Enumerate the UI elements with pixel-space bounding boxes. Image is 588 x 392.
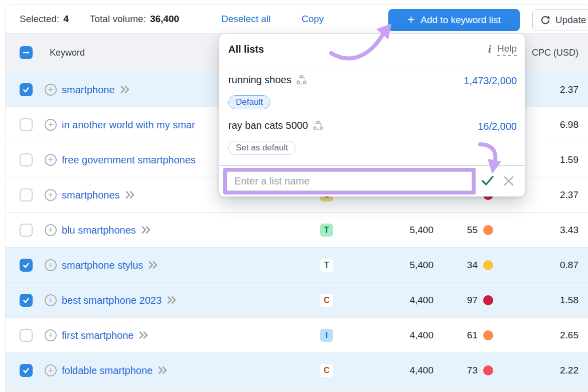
keyword-link[interactable]: smartphone [62, 84, 115, 95]
keyword-link[interactable]: blu smartphones [62, 224, 136, 236]
cancel-button[interactable] [503, 175, 514, 186]
keyword-link[interactable]: first smartphone [62, 329, 133, 341]
add-keyword-icon[interactable]: + [45, 329, 57, 341]
all-lists-popup: All lists i Help running shoes 1,473/2,0… [219, 34, 525, 197]
cpc-cell: 6.98 [527, 119, 578, 130]
shared-list-icon [313, 120, 324, 131]
table-row[interactable]: + foldable smartphone C 4,400 73 2.22 [6, 353, 588, 388]
table-row[interactable]: + blu smartphones T 5,400 55 3.43 [6, 213, 588, 248]
keyword-link[interactable]: smartphone stylus [62, 259, 143, 271]
intent-badge: C [320, 364, 333, 377]
expand-chevron-icon[interactable] [125, 190, 136, 200]
expand-chevron-icon[interactable] [167, 295, 178, 305]
expand-chevron-icon[interactable] [141, 225, 152, 235]
add-keyword-icon[interactable]: + [45, 294, 57, 306]
keyword-link[interactable]: foldable smartphone [62, 364, 153, 376]
list-count[interactable]: 1,473/2,000 [464, 75, 517, 87]
list-item-name[interactable]: ray ban cats 5000 [228, 120, 324, 131]
kd-cell: 34 [437, 260, 493, 271]
kd-cell: 61 [437, 330, 493, 341]
column-header-keyword[interactable]: Keyword [50, 48, 85, 58]
list-count[interactable]: 16/2,000 [478, 121, 517, 132]
add-keyword-icon[interactable]: + [45, 119, 57, 131]
shared-list-icon [296, 75, 307, 86]
keyword-cell: in another world with my smar [62, 119, 195, 130]
plus-icon: + [407, 14, 414, 26]
kd-dot [483, 225, 493, 235]
expand-chevron-icon[interactable] [138, 330, 150, 340]
selected-count: Selected: 4 [20, 14, 69, 25]
total-volume-value: 36,400 [150, 14, 179, 25]
keyword-cell: blu smartphones [62, 224, 152, 236]
row-checkbox[interactable] [20, 259, 33, 272]
expand-chevron-icon[interactable] [158, 365, 169, 375]
table-row[interactable]: + best smartphone 2023 C 4,400 97 1.58 [6, 283, 588, 318]
keyword-link[interactable]: smartphones [62, 189, 120, 201]
add-keyword-icon[interactable]: + [45, 84, 57, 96]
cpc-cell: 3.43 [527, 225, 578, 236]
check-icon [23, 367, 30, 374]
list-item-name[interactable]: running shoes [228, 74, 307, 86]
add-keyword-icon[interactable]: + [45, 364, 57, 376]
popup-divider [219, 165, 525, 166]
row-checkbox[interactable] [20, 329, 33, 342]
confirm-button[interactable] [481, 174, 494, 187]
update-label: Update [555, 15, 586, 26]
table-row[interactable]: + first smartphone I 4,400 61 2.65 [6, 318, 588, 353]
keyword-link[interactable]: in another world with my smar [62, 119, 195, 130]
kd-dot [483, 295, 493, 305]
add-to-keyword-list-label: Add to keyword list [420, 15, 500, 26]
set-as-default-button[interactable]: Set as default [228, 141, 296, 155]
table-row[interactable]: + smartphone stylus T 5,400 34 0.87 [6, 248, 588, 283]
total-volume: Total volume: 36,400 [90, 14, 179, 25]
row-checkbox[interactable] [20, 294, 33, 307]
help-link[interactable]: Help [497, 43, 517, 56]
row-checkbox[interactable] [20, 364, 33, 377]
intent-badge: T [320, 224, 333, 237]
add-keyword-icon[interactable]: + [45, 189, 57, 201]
update-button[interactable]: Update [532, 9, 588, 31]
column-header-cpc[interactable]: CPC (USD) [527, 48, 578, 58]
add-keyword-icon[interactable]: + [45, 259, 57, 271]
expand-chevron-icon[interactable] [148, 260, 159, 270]
intent-badge: C [320, 294, 333, 307]
check-icon [23, 262, 30, 269]
check-icon [23, 86, 30, 93]
row-checkbox[interactable] [20, 153, 33, 166]
row-checkbox[interactable] [20, 118, 33, 131]
add-keyword-icon[interactable]: + [45, 224, 57, 236]
list-name-input-highlight [223, 168, 476, 194]
volume-cell: 4,400 [378, 330, 433, 341]
expand-chevron-icon[interactable] [120, 85, 131, 95]
select-all-checkbox[interactable] [20, 46, 33, 59]
row-checkbox[interactable] [20, 224, 33, 237]
selection-toolbar: Selected: 4 Total volume: 36,400 Deselec… [6, 5, 588, 34]
kd-cell: 97 [437, 295, 493, 306]
keyword-cell: smartphone stylus [62, 259, 159, 271]
table-footer-strip [6, 388, 588, 392]
add-keyword-icon[interactable]: + [45, 154, 57, 166]
cpc-cell: 2.37 [527, 84, 578, 95]
row-checkbox[interactable] [20, 188, 33, 202]
keyword-link[interactable]: free government smartphones [62, 154, 196, 165]
copy-link[interactable]: Copy [302, 14, 324, 25]
keyword-link[interactable]: best smartphone 2023 [62, 294, 162, 306]
keyword-magic-tool-screen: Selected: 4 Total volume: 36,400 Deselec… [0, 0, 588, 392]
row-checkbox[interactable] [20, 83, 33, 96]
cpc-cell: 0.87 [527, 260, 578, 271]
add-to-keyword-list-button[interactable]: + Add to keyword list [388, 9, 520, 31]
total-volume-label: Total volume: [90, 14, 146, 25]
deselect-all-link[interactable]: Deselect all [221, 14, 270, 25]
kd-dot [483, 365, 493, 375]
volume-cell: 4,400 [378, 295, 433, 306]
volume-cell: 4,400 [378, 365, 433, 376]
list-name-input[interactable] [227, 171, 472, 191]
help-group: i Help [488, 43, 517, 56]
cpc-cell: 2.65 [527, 330, 578, 341]
popup-header: All lists i Help [219, 34, 525, 65]
kd-dot [483, 330, 493, 340]
info-icon[interactable]: i [488, 43, 491, 56]
cpc-cell: 1.58 [527, 295, 578, 306]
intent-badge: I [320, 329, 333, 342]
kd-dot [483, 260, 493, 270]
